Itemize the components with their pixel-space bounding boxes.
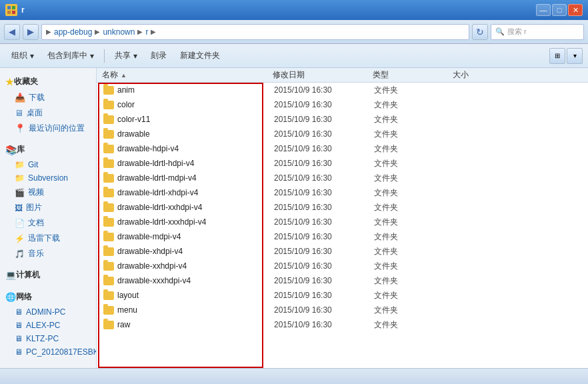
search-box[interactable]: 🔍 搜索 r [491, 24, 584, 40]
file-name-cell: drawable [101, 129, 274, 139]
new-folder-button[interactable]: 新建文件夹 [174, 47, 226, 65]
sort-arrow: ▲ [121, 72, 127, 79]
new-folder-label: 新建文件夹 [180, 50, 220, 61]
thunder-icon: ⚡ [15, 234, 25, 243]
file-area: 名称 ▲ 修改日期 类型 大小 anim 2015/10/9 16:30 文件夹 [97, 68, 588, 368]
table-row[interactable]: drawable-xxhdpi-v4 2015/10/9 16:30 文件夹 [97, 259, 588, 273]
window-icon [5, 4, 17, 16]
file-date: 2015/10/9 16:30 [274, 85, 374, 95]
back-button[interactable]: ◀ [4, 24, 20, 40]
sidebar-item-admin-pc[interactable]: 🖥 ADMIN-PC [0, 305, 96, 319]
refresh-button[interactable]: ↻ [472, 24, 488, 40]
table-row[interactable]: drawable-xhdpi-v4 2015/10/9 16:30 文件夹 [97, 244, 588, 259]
sidebar-item-desktop-label: 桌面 [27, 107, 43, 119]
sidebar-item-video[interactable]: 🎬 视频 [0, 185, 96, 200]
sidebar-item-download[interactable]: 📥 下载 [0, 90, 96, 105]
include-lib-button[interactable]: 包含到库中 ▾ [41, 47, 100, 65]
folder-icon [103, 203, 114, 212]
table-row[interactable]: menu 2015/10/9 16:30 文件夹 [97, 303, 588, 317]
favorites-label: 收藏夹 [14, 76, 38, 87]
sidebar-item-git-label: Git [28, 160, 38, 169]
file-date: 2015/10/9 16:30 [274, 276, 374, 285]
table-row[interactable]: drawable-ldrtl-xhdpi-v4 2015/10/9 16:30 … [97, 185, 588, 200]
table-row[interactable]: drawable 2015/10/9 16:30 文件夹 [97, 127, 588, 141]
table-row[interactable]: drawable-ldrtl-mdpi-v4 2015/10/9 16:30 文… [97, 171, 588, 185]
sidebar-item-thunder-label: 迅雷下载 [28, 233, 60, 244]
file-name-cell: color [101, 100, 274, 109]
file-date: 2015/10/9 16:30 [274, 188, 374, 197]
col-date-header[interactable]: 修改日期 [273, 69, 373, 81]
table-row[interactable]: anim 2015/10/9 16:30 文件夹 [97, 83, 588, 97]
table-row[interactable]: drawable-xxxhdpi-v4 2015/10/9 16:30 文件夹 [97, 273, 588, 288]
svg-rect-2 [7, 11, 11, 14]
burn-button[interactable]: 刻录 [145, 47, 173, 65]
table-row[interactable]: color 2015/10/9 16:30 文件夹 [97, 97, 588, 112]
file-name: drawable-ldrtl-xxhdpi-v4 [117, 203, 202, 212]
sidebar-item-pc2012[interactable]: 🖥 PC_20120817ESBK [0, 345, 96, 359]
svg-rect-0 [7, 6, 11, 9]
file-name-cell: drawable-ldrtl-xhdpi-v4 [101, 188, 274, 197]
table-row[interactable]: drawable-mdpi-v4 2015/10/9 16:30 文件夹 [97, 229, 588, 244]
col-name-header[interactable]: 名称 ▲ [99, 69, 273, 81]
folder-icon [103, 159, 114, 168]
breadcrumb-unknown[interactable]: unknown [103, 27, 135, 37]
folder-icon [103, 101, 114, 109]
sidebar-item-docs[interactable]: 📄 文档 [0, 215, 96, 231]
minimize-button[interactable]: — [536, 4, 551, 16]
sidebar-item-alex-pc[interactable]: 🖥 ALEX-PC [0, 319, 96, 332]
folder-icon [103, 115, 114, 124]
sidebar-item-kltz-pc[interactable]: 🖥 KLTZ-PC [0, 332, 96, 345]
table-row[interactable]: drawable-ldrtl-xxxhdpi-v4 2015/10/9 16:3… [97, 215, 588, 229]
folder-icon [103, 218, 114, 227]
svg-rect-1 [12, 6, 15, 9]
sidebar-item-svn[interactable]: 📁 Subversion [0, 171, 96, 185]
breadcrumb-bar[interactable]: ▶ app-debug ▶ unknown ▶ r ▶ [41, 24, 469, 40]
table-row[interactable]: color-v11 2015/10/9 16:30 文件夹 [97, 112, 588, 127]
col-type-header[interactable]: 类型 [373, 69, 453, 81]
table-row[interactable]: drawable-ldrtl-xxhdpi-v4 2015/10/9 16:30… [97, 200, 588, 215]
breadcrumb-r[interactable]: r [145, 27, 148, 37]
sidebar-item-recent[interactable]: 📍 最近访问的位置 [0, 121, 96, 136]
file-type: 文件夹 [374, 173, 454, 184]
maximize-button[interactable]: □ [552, 4, 567, 16]
sidebar-item-desktop[interactable]: 🖥 桌面 [0, 105, 96, 121]
computer-header[interactable]: 💻 计算机 [0, 267, 96, 283]
sidebar-item-thunder[interactable]: ⚡ 迅雷下载 [0, 231, 96, 246]
folder-icon [103, 145, 114, 153]
file-list[interactable]: anim 2015/10/9 16:30 文件夹 color 2015/10/9… [97, 83, 588, 368]
sidebar-item-music[interactable]: 🎵 音乐 [0, 246, 96, 261]
file-type: 文件夹 [374, 261, 454, 272]
sidebar-item-svn-label: Subversion [28, 173, 68, 183]
sidebar-item-images-label: 图片 [26, 202, 42, 213]
table-row[interactable]: layout 2015/10/9 16:30 文件夹 [97, 288, 588, 303]
file-type: 文件夹 [374, 246, 454, 257]
sidebar-item-images[interactable]: 🖼 图片 [0, 200, 96, 215]
sidebar-item-video-label: 视频 [28, 187, 44, 198]
breadcrumb-app-debug[interactable]: app-debug [54, 27, 92, 37]
close-button[interactable]: ✕ [568, 4, 583, 16]
include-lib-arrow: ▾ [90, 51, 94, 61]
libraries-header[interactable]: 📚 库 [0, 141, 96, 158]
view-arrow-button[interactable]: ▾ [567, 48, 583, 64]
file-type: 文件夹 [374, 85, 454, 96]
file-name: drawable-ldrtl-mdpi-v4 [117, 173, 197, 183]
sidebar-item-recent-label: 最近访问的位置 [29, 123, 85, 134]
table-row[interactable]: raw 2015/10/9 16:30 文件夹 [97, 317, 588, 332]
favorites-header[interactable]: ★ 收藏夹 [0, 73, 96, 90]
file-date: 2015/10/9 16:30 [274, 129, 374, 139]
view-icon-button[interactable]: ⊞ [549, 48, 565, 64]
col-size-header[interactable]: 大小 [453, 69, 506, 81]
file-date: 2015/10/9 16:30 [274, 261, 374, 271]
sidebar-item-download-label: 下载 [29, 92, 45, 103]
table-row[interactable]: drawable-ldrtl-hdpi-v4 2015/10/9 16:30 文… [97, 156, 588, 171]
file-name: drawable-ldrtl-xxxhdpi-v4 [117, 217, 206, 227]
window-title: r [21, 5, 25, 15]
sidebar-item-git[interactable]: 📁 Git [0, 158, 96, 171]
organize-button[interactable]: 组织 ▾ [5, 47, 40, 65]
table-row[interactable]: drawable-hdpi-v4 2015/10/9 16:30 文件夹 [97, 141, 588, 156]
file-date: 2015/10/9 16:30 [274, 100, 374, 109]
forward-button[interactable]: ▶ [23, 24, 39, 40]
share-button[interactable]: 共享 ▾ [109, 47, 143, 65]
network-header[interactable]: 🌐 网络 [0, 289, 96, 305]
file-type: 文件夹 [374, 187, 454, 199]
